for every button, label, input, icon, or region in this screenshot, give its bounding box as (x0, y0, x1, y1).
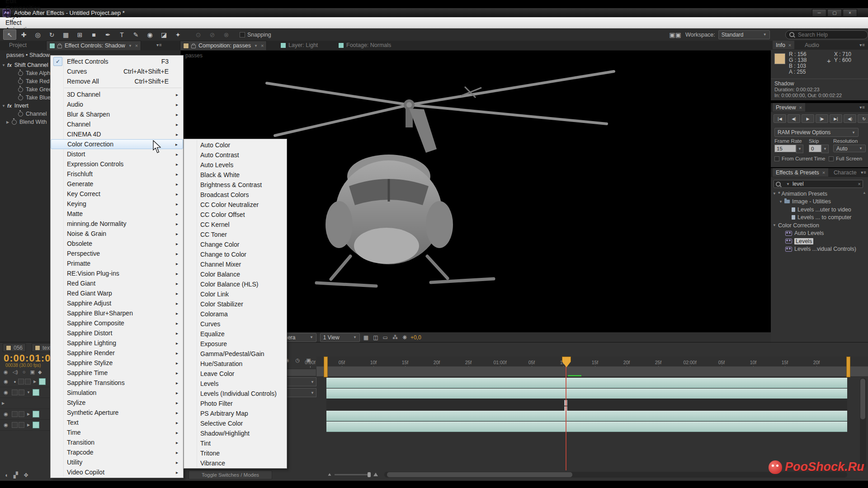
submenu-item[interactable]: Color Stabilizer (184, 299, 287, 309)
layer-color-chip[interactable] (39, 378, 46, 385)
menu-item-category[interactable]: Frischluft ▸ (51, 169, 183, 179)
submenu-item[interactable]: Colorama (184, 309, 287, 319)
menu-item-category[interactable]: Noise & Grain ▸ (51, 229, 183, 239)
menu-item[interactable]: Remove All Ctrl+Shift+E (51, 76, 183, 86)
menu-item-category[interactable]: Key Correct ▸ (51, 189, 183, 199)
chevron-down-icon[interactable]: ▼ (821, 145, 829, 153)
solo-icon[interactable]: ● (12, 380, 18, 384)
work-area-start-handle[interactable] (324, 357, 328, 377)
submenu-item[interactable]: CC Color Neutralizer (184, 200, 287, 210)
submenu-item[interactable]: CC Color Offset (184, 210, 287, 220)
submenu-item[interactable]: Brightness & Contrast (184, 180, 287, 190)
minimize-button[interactable]: ─ (812, 9, 826, 17)
menu-item-category[interactable]: Sapphire Time ▸ (51, 368, 183, 378)
switch-box[interactable] (19, 389, 24, 395)
shy-layers-icon[interactable]: ◖ (5, 472, 8, 479)
rotation-tool-icon[interactable]: ↻ (45, 29, 58, 40)
submenu-item[interactable]: Hue/Saturation (184, 359, 287, 369)
stopwatch-icon[interactable] (18, 87, 23, 92)
menu-item-category[interactable]: Utility ▸ (51, 457, 183, 467)
submenu-item[interactable]: Equalize (184, 329, 287, 339)
menu-item-category[interactable]: Expression Controls ▸ (51, 159, 183, 169)
zoom-out-icon[interactable] (328, 473, 331, 476)
panel-menu-icon[interactable]: ▾≡ (859, 42, 865, 47)
switch-box[interactable] (18, 379, 24, 385)
close-icon[interactable]: × (799, 105, 802, 110)
maximize-button[interactable]: ▢ (827, 9, 842, 17)
switch-box[interactable] (19, 411, 24, 417)
video-visibility-icon[interactable]: ◉ (4, 369, 8, 375)
timeline-zoom-slider[interactable] (335, 474, 371, 475)
submenu-item[interactable]: Channel Mixer (184, 259, 287, 269)
submenu-item[interactable]: PS Arbitrary Map (184, 408, 287, 418)
menu-item-category[interactable]: Sapphire Composite ▸ (51, 318, 183, 328)
audio-button[interactable]: ◀) (844, 114, 856, 123)
chevron-down-icon[interactable]: ▼ (128, 44, 132, 48)
last-frame-button[interactable]: ▶| (830, 114, 842, 123)
from-current-time-checkbox[interactable] (774, 156, 779, 161)
work-area-end-handle[interactable] (846, 357, 850, 377)
time-ruler[interactable]: 0:00f05f10f15f20f25f01:00f05f10f15f20f25… (316, 357, 868, 367)
search-help-box[interactable] (785, 30, 868, 39)
stopwatch-icon[interactable] (18, 112, 23, 117)
submenu-item[interactable]: Tint (184, 438, 287, 448)
stopwatch-icon[interactable] (12, 120, 17, 125)
twirl-icon[interactable]: ▼ (25, 390, 32, 394)
menu-item-category[interactable]: Matte ▸ (51, 209, 183, 219)
submenu-item[interactable]: Auto Contrast (184, 150, 287, 160)
switch-box[interactable] (19, 422, 24, 428)
menu-item-category[interactable]: Simulation ▸ (51, 388, 183, 398)
menu-item-category[interactable]: Video Copilot ▸ (51, 467, 183, 477)
timeline-tab-056[interactable]: 056 (3, 343, 26, 352)
zoom-tool-icon[interactable]: ◎ (31, 29, 44, 40)
submenu-item[interactable]: Change to Color (184, 249, 287, 259)
brush-tool-icon[interactable]: ✎ (129, 29, 142, 40)
solo-icon[interactable]: ○ (23, 369, 26, 375)
layer-bar[interactable] (326, 411, 847, 421)
close-icon[interactable]: × (261, 43, 264, 48)
tree-item[interactable]: ▼ * Animation Presets (771, 190, 861, 198)
tab-character[interactable]: Characte (830, 168, 860, 177)
flowchart-icon[interactable]: ⁂ (392, 334, 398, 341)
layer-color-chip[interactable] (33, 422, 39, 428)
motion-blur-icon[interactable]: ❋ (402, 334, 407, 341)
layer-bar[interactable] (326, 389, 847, 399)
layer-row[interactable]: ◉ ▶ (0, 420, 50, 431)
exposure-offset[interactable]: +0,0 (410, 334, 421, 341)
view-axis-icon[interactable]: ⊗ (220, 29, 233, 40)
clone-stamp-tool-icon[interactable]: ◉ (143, 29, 156, 40)
twirl-icon[interactable]: ▶ (32, 380, 38, 384)
menu-item-category[interactable]: Synthetic Aperture ▸ (51, 408, 183, 418)
audio-mute-icon[interactable]: ◁) (13, 369, 18, 375)
tab-layer[interactable]: Layer: Light (278, 41, 321, 50)
menu-item-category[interactable]: Text ▸ (51, 418, 183, 427)
type-tool-icon[interactable]: T (115, 29, 128, 40)
menu-item-category[interactable]: Perspective ▸ (51, 249, 183, 258)
eye-icon[interactable]: ◉ (0, 422, 12, 428)
menu-item-category[interactable]: Generate ▸ (51, 179, 183, 189)
submenu-item[interactable]: Shadow/Highlight (184, 428, 287, 438)
menu-item-category[interactable]: Sapphire Blur+Sharpen ▸ (51, 308, 183, 318)
puppet-pin-tool-icon[interactable]: ✦ (171, 29, 184, 40)
menubar-item[interactable]: Composition (0, 5, 46, 12)
eraser-tool-icon[interactable]: ◪ (157, 29, 170, 40)
submenu-item[interactable]: Curves (184, 319, 287, 329)
twirl-icon[interactable]: ▼ (2, 63, 7, 67)
submenu-item[interactable]: Levels (Individual Controls) (184, 389, 287, 399)
eye-icon[interactable]: ◉ (0, 389, 12, 395)
switch-box[interactable] (12, 389, 18, 395)
tab-footage[interactable]: Footage: Normals (335, 41, 394, 50)
eye-icon[interactable]: ◉ (0, 379, 12, 385)
submenu-item[interactable]: Leave Color (184, 369, 287, 379)
menu-item-category[interactable]: Sapphire Render ▸ (51, 348, 183, 358)
submenu-item[interactable]: Auto Color (184, 140, 287, 150)
menubar-item[interactable]: Edit (0, 0, 46, 5)
world-axis-icon[interactable]: ⊘ (206, 29, 219, 40)
submenu-item[interactable]: Color Balance (184, 269, 287, 279)
submenu-item[interactable]: Gamma/Pedestal/Gain (184, 349, 287, 359)
local-axis-icon[interactable]: ⊙ (192, 29, 205, 40)
camera-tool-icon[interactable]: ▦ (59, 29, 72, 40)
eye-icon[interactable]: ◉ (0, 411, 12, 417)
effects-search-input[interactable] (792, 180, 852, 188)
twirl-icon[interactable]: ▶ (25, 423, 32, 427)
